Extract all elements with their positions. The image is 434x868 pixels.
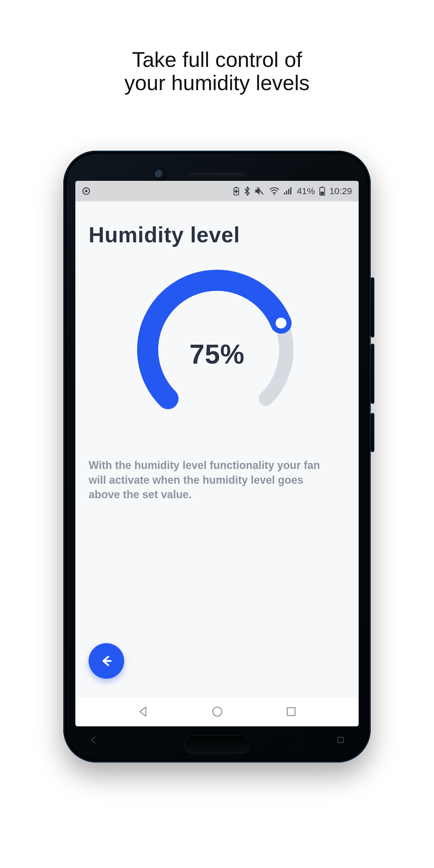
svg-rect-5 bbox=[235, 191, 238, 192]
svg-point-1 bbox=[85, 190, 87, 192]
bluetooth-icon bbox=[244, 186, 250, 196]
phone-camera bbox=[154, 169, 166, 181]
phone-side-button bbox=[371, 277, 374, 338]
back-button[interactable] bbox=[89, 643, 124, 679]
svg-rect-18 bbox=[287, 708, 295, 715]
signal-icon bbox=[284, 187, 293, 195]
phone-top-hardware bbox=[63, 161, 371, 182]
svg-rect-3 bbox=[236, 187, 237, 188]
phone-cap-back-icon bbox=[89, 735, 98, 744]
nav-home-icon[interactable] bbox=[211, 705, 224, 718]
carrier-circle-icon bbox=[82, 187, 90, 195]
headline-line-2: your humidity levels bbox=[0, 71, 434, 95]
nav-back-icon[interactable] bbox=[137, 705, 150, 718]
marketing-headline: Take full control of your humidity level… bbox=[0, 48, 434, 95]
android-nav-bar bbox=[75, 696, 359, 726]
humidity-gauge[interactable]: 75% bbox=[124, 256, 310, 443]
svg-rect-14 bbox=[320, 192, 324, 195]
svg-rect-9 bbox=[286, 191, 287, 194]
gauge-container: 75% bbox=[89, 256, 345, 443]
status-clock: 10:29 bbox=[330, 186, 352, 196]
status-bar: 41% 10:29 bbox=[75, 181, 359, 201]
humidity-description: With the humidity level functionality yo… bbox=[89, 458, 330, 502]
volume-mute-icon bbox=[255, 187, 265, 195]
phone-earpiece bbox=[188, 173, 246, 179]
battery-icon bbox=[319, 186, 325, 196]
app-content: Humidity level 75% With the humidity lev… bbox=[75, 201, 359, 696]
battery-percent-text: 41% bbox=[297, 186, 315, 196]
headline-line-1: Take full control of bbox=[0, 48, 434, 71]
svg-point-7 bbox=[274, 194, 275, 195]
phone-frame: 41% 10:29 Humidity level 75% bbox=[63, 151, 371, 763]
svg-rect-19 bbox=[338, 737, 343, 743]
humidity-value: 75% bbox=[124, 256, 310, 443]
phone-screen: 41% 10:29 Humidity level 75% bbox=[75, 181, 359, 726]
phone-home-button bbox=[184, 735, 250, 754]
svg-rect-10 bbox=[288, 189, 289, 194]
page-title: Humidity level bbox=[89, 222, 345, 247]
nav-recent-icon[interactable] bbox=[285, 706, 297, 718]
phone-side-button bbox=[371, 413, 374, 452]
phone-side-button bbox=[371, 344, 374, 404]
svg-rect-11 bbox=[290, 187, 291, 194]
svg-point-17 bbox=[213, 707, 222, 716]
svg-rect-13 bbox=[321, 187, 323, 188]
svg-rect-8 bbox=[284, 193, 285, 194]
wifi-icon bbox=[269, 187, 279, 195]
battery-saver-icon bbox=[233, 187, 240, 195]
phone-cap-recent-icon bbox=[336, 735, 345, 744]
arrow-left-icon bbox=[98, 653, 114, 669]
